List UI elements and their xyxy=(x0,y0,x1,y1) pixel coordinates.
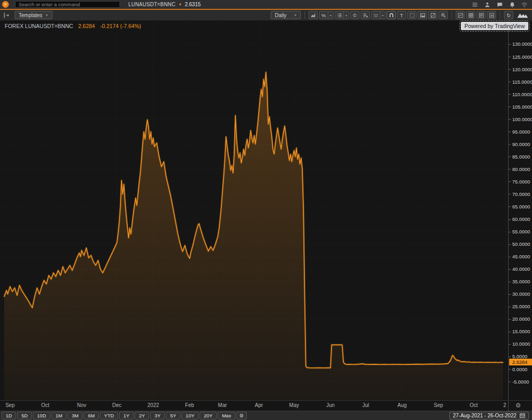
price-axis-tick xyxy=(509,344,511,345)
chart-panel-button[interactable] xyxy=(456,11,465,19)
overlays-chevron[interactable]: ▾ xyxy=(380,11,385,19)
text-tool-button[interactable]: T xyxy=(397,11,406,19)
price-axis-label: 75.0000 xyxy=(512,179,530,185)
range-settings-button[interactable]: ⚙ xyxy=(236,412,247,419)
price-axis-tick xyxy=(509,257,511,257)
price-axis-label: 25.0000 xyxy=(512,304,530,309)
price-area-chart[interactable] xyxy=(0,21,508,400)
price-axis-label: 85.0000 xyxy=(512,154,530,160)
range-button-3y[interactable]: 3Y xyxy=(150,412,165,419)
time-axis-label: Jul xyxy=(362,402,369,408)
price-axis-label: 100.0000 xyxy=(512,116,532,122)
price-axis-tick xyxy=(509,82,511,82)
price-axis-tick xyxy=(509,357,511,357)
price-axis-tick xyxy=(509,181,511,182)
data-table-icon xyxy=(468,12,474,18)
ticker-selector[interactable]: LUNAUSDT=BNNC ▾ 2.6315 xyxy=(128,2,201,7)
price-axis-tick xyxy=(509,307,511,307)
panel-expand-icon[interactable] xyxy=(3,11,10,19)
chart-style-button[interactable] xyxy=(309,11,318,19)
price-axis-label: 30.0000 xyxy=(512,291,530,297)
toolbar-divider xyxy=(451,11,452,19)
price-axis-label: -5.0000 xyxy=(512,379,529,385)
price-axis[interactable]: 2.6284 130.0000125.0000120.0000115.00001… xyxy=(508,21,532,400)
time-axis-label: Aug xyxy=(397,402,407,408)
data-table-button[interactable] xyxy=(466,11,475,19)
selection-tool-button[interactable] xyxy=(407,11,417,19)
eraser-tool-button[interactable] xyxy=(428,11,437,19)
user-icon[interactable] xyxy=(484,1,490,8)
menu-icon[interactable] xyxy=(471,1,478,8)
range-button-1y[interactable]: 1Y xyxy=(119,412,134,419)
price-axis-label: 70.0000 xyxy=(512,191,530,197)
waves-icon xyxy=(373,12,379,18)
percent-scale-button[interactable]: % xyxy=(319,11,328,19)
ticker-caret-down-icon[interactable]: ▾ xyxy=(179,2,181,7)
price-axis-tick xyxy=(509,219,511,220)
chart-plot-area[interactable] xyxy=(0,21,508,400)
wifi-icon[interactable] xyxy=(521,1,528,8)
range-button-2y[interactable]: 2Y xyxy=(135,412,149,419)
time-axis-label: Sep xyxy=(5,402,15,408)
range-button-5y[interactable]: 5Y xyxy=(166,412,180,419)
layout-list-button[interactable] xyxy=(335,11,344,19)
ticker-last-price: 2.6315 xyxy=(185,2,201,7)
magnet-icon xyxy=(389,12,394,18)
range-button-20y[interactable]: 20Y xyxy=(200,412,217,419)
range-button-10d[interactable]: 10D xyxy=(33,412,50,419)
indicators-icon xyxy=(363,12,368,18)
search-input[interactable] xyxy=(15,1,120,8)
range-button-10y[interactable]: 10Y xyxy=(181,412,198,419)
range-button-max[interactable]: Max xyxy=(218,412,235,419)
price-axis-label: 95.0000 xyxy=(512,129,530,135)
range-button-1d[interactable]: 1D xyxy=(2,412,16,419)
range-button-5d[interactable]: 5D xyxy=(17,412,32,419)
toolbar-divider xyxy=(500,11,500,19)
selection-box-icon xyxy=(409,12,415,18)
time-axis-gear-icon[interactable]: ⚙ xyxy=(515,402,521,409)
price-axis-tick xyxy=(509,244,511,245)
layout-list-chevron[interactable]: ▾ xyxy=(344,11,349,19)
price-axis-tick xyxy=(509,94,511,95)
news-panel-icon xyxy=(478,12,484,18)
refresh-button[interactable]: ↻ xyxy=(504,11,513,19)
app-logo-icon[interactable]: ≡ xyxy=(2,1,9,8)
zoom-in-button[interactable] xyxy=(438,11,448,19)
range-bar: 1D5D10D1M3M6MYTD1Y2Y3Y5Y10Y20YMax ⚙ 27-A… xyxy=(0,411,532,420)
interval-chevron-down-icon: ∨ xyxy=(294,13,297,17)
price-axis-label: 15.0000 xyxy=(512,329,530,334)
time-axis[interactable]: ⚙ SepOctNovDec2022FebMarAprMayJunJulAugS… xyxy=(0,400,532,411)
price-axis-tick xyxy=(509,319,511,320)
overlays-button[interactable] xyxy=(371,11,380,19)
time-axis-label: 2022 xyxy=(148,402,159,408)
tradingview-logo[interactable] xyxy=(516,11,529,19)
copyright-icon: © xyxy=(353,12,357,18)
range-button-ytd[interactable]: YTD xyxy=(100,412,118,419)
snapshot-tool-button[interactable] xyxy=(418,11,427,19)
news-panel-button[interactable] xyxy=(476,11,486,19)
time-axis-label: Nov xyxy=(77,402,86,408)
price-axis-tick xyxy=(509,269,511,270)
price-axis-label: 130.0000 xyxy=(512,41,532,47)
interval-dropdown[interactable]: Daily ∨ xyxy=(271,11,301,19)
time-axis-label: Mar xyxy=(218,402,227,408)
range-button-6m[interactable]: 6M xyxy=(84,412,99,419)
price-axis-label: 10.0000 xyxy=(512,341,530,347)
magnet-button[interactable] xyxy=(387,11,396,19)
chart-report-icon xyxy=(489,12,495,18)
range-button-1m[interactable]: 1M xyxy=(51,412,66,419)
bell-icon[interactable] xyxy=(509,1,515,8)
chart-panel-icon xyxy=(458,12,463,18)
chart-report-button[interactable] xyxy=(487,11,496,19)
range-button-3m[interactable]: 3M xyxy=(68,412,83,419)
powered-by-tradingview-tooltip: Powered by TradingView xyxy=(461,22,528,30)
refresh-icon: ↻ xyxy=(507,12,511,18)
chart-legend[interactable]: FOREX LUNAUSDT=BNNC 2.6284 -0.2174 (-7.6… xyxy=(5,23,141,29)
time-axis-label: 2 xyxy=(503,402,507,408)
date-range-picker[interactable]: 27-Aug-2021 - 26-Oct-2022 xyxy=(449,412,529,419)
indicators-button[interactable] xyxy=(361,11,370,19)
chat-icon[interactable] xyxy=(496,1,503,8)
templates-button[interactable]: Templates ∨ xyxy=(15,11,52,19)
percent-scale-chevron[interactable]: ▾ xyxy=(328,11,334,19)
compare-button[interactable]: © xyxy=(350,11,360,19)
